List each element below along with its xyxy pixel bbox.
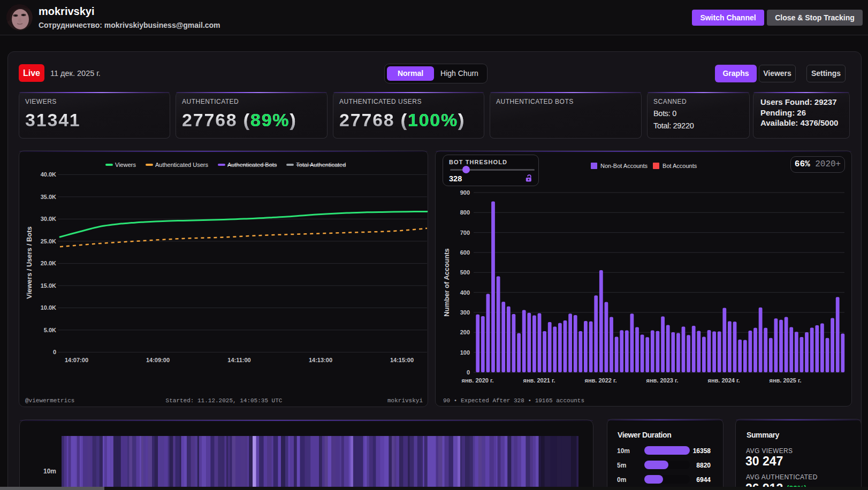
- svg-text:0: 0: [53, 349, 56, 355]
- svg-text:янв. 2024 г.: янв. 2024 г.: [707, 377, 740, 384]
- svg-text:40.0K: 40.0K: [41, 171, 56, 178]
- svg-text:15.0K: 15.0K: [41, 282, 56, 289]
- svg-text:20.0K: 20.0K: [41, 260, 56, 266]
- svg-text:янв. 2022 г.: янв. 2022 г.: [584, 377, 616, 384]
- svg-text:14:09:00: 14:09:00: [146, 357, 170, 363]
- svg-text:900: 900: [460, 189, 470, 196]
- svg-text:100: 100: [460, 349, 470, 356]
- svg-text:янв. 2025 г.: янв. 2025 г.: [769, 377, 801, 384]
- svg-text:200: 200: [460, 329, 470, 335]
- svg-text:300: 300: [460, 309, 470, 316]
- svg-text:500: 500: [460, 269, 470, 275]
- svg-text:янв. 2020 г.: янв. 2020 г.: [461, 377, 493, 384]
- svg-text:14:11:00: 14:11:00: [227, 357, 250, 363]
- svg-text:14:07:00: 14:07:00: [65, 357, 88, 363]
- svg-text:600: 600: [460, 249, 470, 256]
- svg-text:700: 700: [460, 229, 470, 236]
- svg-text:Viewers / Users / Bots: Viewers / Users / Bots: [25, 226, 33, 299]
- svg-text:янв. 2023 г.: янв. 2023 г.: [646, 377, 678, 384]
- svg-text:35.0K: 35.0K: [41, 194, 56, 200]
- svg-text:5.0K: 5.0K: [44, 327, 56, 333]
- svg-text:25.0K: 25.0K: [41, 238, 56, 244]
- svg-text:30.0K: 30.0K: [41, 216, 56, 222]
- svg-text:0: 0: [467, 369, 470, 376]
- svg-text:14:13:00: 14:13:00: [309, 357, 332, 363]
- svg-text:Number of Accounts: Number of Accounts: [443, 248, 451, 316]
- svg-text:800: 800: [460, 209, 470, 216]
- svg-text:янв. 2021 г.: янв. 2021 г.: [523, 377, 555, 384]
- svg-text:10.0K: 10.0K: [41, 304, 56, 311]
- svg-text:14:15:00: 14:15:00: [390, 357, 414, 363]
- svg-text:400: 400: [460, 289, 470, 296]
